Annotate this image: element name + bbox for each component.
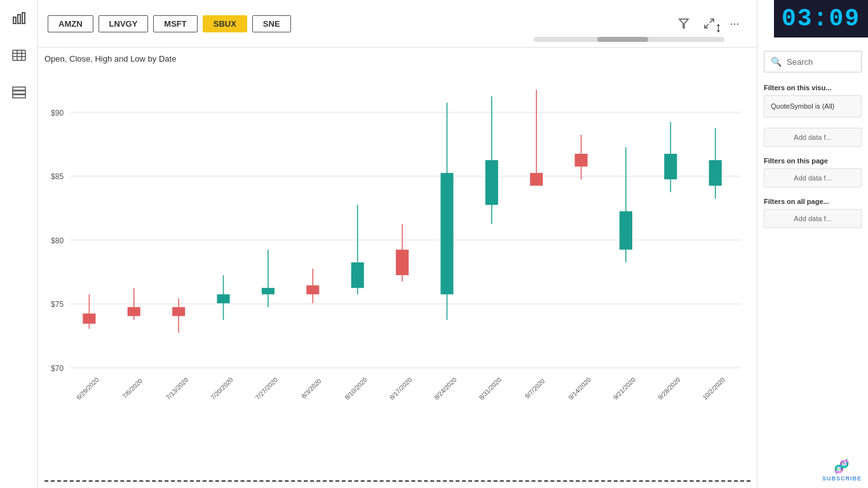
add-data-filter-1-button[interactable]: Add data f... (764, 128, 862, 147)
svg-text:$85: $85 (51, 172, 64, 181)
svg-rect-8 (13, 87, 25, 90)
svg-text:7/27/2020: 7/27/2020 (254, 376, 280, 402)
svg-text:$90: $90 (51, 109, 64, 118)
add-data-filter-1-section: Add data f... (757, 123, 868, 152)
main-content: AMZN LNVGY MSFT SBUX SNE ↕ (38, 0, 757, 488)
svg-text:9/28/2020: 9/28/2020 (656, 376, 682, 402)
add-data-filter-2-button[interactable]: Add data f... (764, 168, 862, 187)
svg-rect-51 (664, 154, 677, 179)
svg-text:9/14/2020: 9/14/2020 (567, 376, 592, 402)
svg-text:7/13/2020: 7/13/2020 (165, 376, 190, 402)
svg-rect-53 (709, 160, 722, 186)
filter-icon[interactable] (674, 14, 693, 33)
filters-all-pages-title: Filters on all page... (764, 198, 862, 205)
svg-rect-41 (440, 173, 453, 294)
svg-text:$75: $75 (51, 300, 64, 309)
svg-rect-9 (13, 91, 25, 94)
svg-rect-29 (172, 307, 185, 316)
subscribe-icon: 🧬 (834, 459, 850, 474)
svg-rect-33 (262, 288, 275, 294)
sidebar (0, 0, 38, 488)
svg-rect-35 (306, 285, 319, 294)
svg-rect-2 (22, 13, 25, 24)
svg-rect-3 (13, 50, 25, 60)
ticker-buttons: AMZN LNVGY MSFT SBUX SNE (48, 15, 291, 32)
more-options-icon[interactable]: ··· (725, 14, 744, 33)
svg-text:8/3/2020: 8/3/2020 (300, 377, 323, 400)
filters-this-visual-section: Filters on this visu... QuoteSymbol is (… (757, 79, 868, 123)
right-panel: 03:09 🔍 Search Filters on this visu... Q… (757, 0, 868, 488)
svg-text:$70: $70 (51, 364, 64, 373)
svg-rect-25 (83, 313, 95, 323)
search-icon: 🔍 (771, 57, 782, 67)
chart-title: Open, Close, High and Low by Date (44, 54, 747, 64)
ticker-scroll-thumb[interactable] (597, 37, 648, 42)
svg-text:8/17/2020: 8/17/2020 (388, 376, 414, 402)
svg-line-12 (710, 19, 714, 23)
bottom-dotted-line (44, 480, 750, 488)
svg-rect-31 (217, 294, 229, 303)
svg-text:10/2/2020: 10/2/2020 (702, 376, 727, 402)
top-bar-icons: ··· (674, 14, 744, 33)
ticker-sbux[interactable]: SBUX (203, 15, 247, 32)
svg-rect-0 (13, 17, 16, 24)
ticker-sne[interactable]: SNE (252, 15, 291, 32)
svg-line-13 (705, 24, 709, 28)
filters-this-visual-title: Filters on this visu... (764, 84, 862, 92)
chart-svg-container: .grid-line { stroke: #e0e0e0; stroke-wid… (44, 67, 747, 471)
svg-rect-45 (530, 173, 543, 186)
search-box[interactable]: 🔍 Search (764, 51, 862, 72)
filters-this-page-section: Filters on this page Add data f... (757, 152, 868, 193)
svg-rect-27 (128, 307, 140, 316)
svg-text:7/6/2020: 7/6/2020 (121, 377, 144, 400)
stacked-sidebar-icon[interactable] (7, 80, 31, 104)
svg-rect-37 (351, 262, 364, 288)
expand-icon[interactable] (700, 14, 719, 33)
top-bar: AMZN LNVGY MSFT SBUX SNE ↕ (38, 0, 757, 48)
svg-text:8/24/2020: 8/24/2020 (433, 376, 458, 402)
svg-rect-1 (18, 15, 20, 24)
svg-text:7/20/2020: 7/20/2020 (209, 376, 234, 402)
bar-chart-sidebar-icon[interactable] (7, 6, 31, 30)
ticker-lnvgy[interactable]: LNVGY (98, 15, 149, 32)
chart-area: Open, Close, High and Low by Date .grid-… (38, 48, 757, 480)
search-placeholder: Search (787, 57, 813, 67)
svg-rect-43 (485, 160, 498, 205)
svg-rect-47 (575, 154, 588, 166)
svg-text:6/29/2020: 6/29/2020 (75, 376, 100, 402)
filters-this-page-title: Filters on this page (764, 157, 862, 165)
svg-text:8/10/2020: 8/10/2020 (344, 376, 369, 402)
svg-text:8/31/2020: 8/31/2020 (478, 376, 503, 402)
ticker-scroll-bar[interactable] (534, 37, 724, 42)
subscribe-text: SUBSCRIBE (822, 475, 862, 482)
svg-rect-39 (396, 250, 409, 275)
filters-all-pages-section: Filters on all page... Add data f... (757, 193, 868, 233)
add-data-filter-3-button[interactable]: Add data f... (764, 209, 862, 228)
svg-text:$80: $80 (51, 236, 64, 245)
svg-text:9/21/2020: 9/21/2020 (612, 376, 637, 402)
ticker-amzn[interactable]: AMZN (48, 15, 93, 32)
candlestick-chart: .grid-line { stroke: #e0e0e0; stroke-wid… (44, 67, 747, 471)
subscribe-watermark: 🧬 SUBSCRIBE (822, 459, 862, 482)
svg-text:9/7/2020: 9/7/2020 (524, 377, 546, 400)
ticker-msft[interactable]: MSFT (153, 15, 197, 32)
svg-marker-11 (679, 19, 688, 28)
svg-rect-49 (620, 212, 632, 250)
svg-rect-10 (13, 95, 25, 98)
clock-display: 03:09 (774, 0, 868, 37)
table-sidebar-icon[interactable] (7, 43, 31, 67)
quote-symbol-filter-card: QuoteSymbol is (All) (764, 95, 862, 118)
